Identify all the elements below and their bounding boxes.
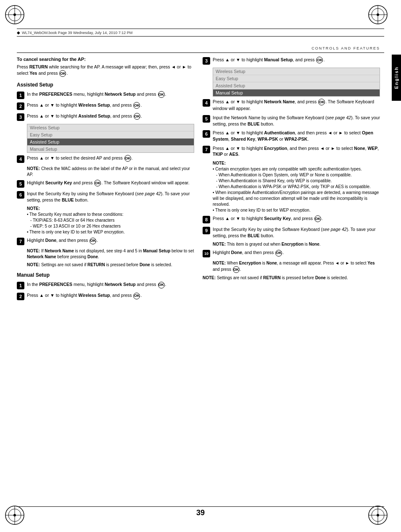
top-rule: [17, 52, 384, 53]
ok-symbol: OK: [90, 238, 96, 244]
right-step-num-7: 7: [203, 146, 210, 153]
right-step-num-3: 3: [203, 57, 210, 65]
cancel-heading: To cancel searching for the AP:: [17, 57, 194, 62]
svg-point-9: [377, 13, 379, 16]
page-number: 39: [196, 508, 205, 517]
right-step-3: 3 Press ▲ or ▼ to highlight Manual Setup…: [203, 57, 380, 65]
ok-symbol: OK: [133, 102, 140, 109]
right-step-num-6: 6: [203, 130, 210, 138]
right-step-6-content: Press ▲ or ▼ to highlight Authentication…: [213, 130, 380, 142]
step-num-4: 4: [17, 155, 24, 163]
step-6-content: Input the Security Key by using the Soft…: [27, 191, 194, 203]
note-right-10: NOTE: When Encryption is None, a message…: [213, 260, 380, 273]
r-menu-wireless: Wireless Setup: [213, 68, 380, 75]
step-num-2: 2: [17, 102, 24, 110]
note-4: NOTE: Check the MAC address on the label…: [27, 166, 194, 178]
step-3: 3 Press ▲ or ▼ to highlight Assisted Set…: [17, 113, 194, 121]
right-step-10: 10 Highlight Done, and then press OK.: [203, 249, 380, 257]
right-step-7-content: Press ▲ or ▼ to highlight Encryption, an…: [213, 145, 380, 157]
step-4-content: Press ▲ or ▼ to select the desired AP an…: [27, 155, 194, 162]
ok-symbol: OK: [158, 282, 165, 288]
assisted-setup-section: Assisted Setup 1 In the PREFERENCES menu…: [17, 82, 194, 268]
right-step-10-content: Highlight Done, and then press OK.: [213, 249, 380, 256]
language-label: English: [394, 66, 399, 89]
step-5: 5 Highlight Security Key and press OK. T…: [17, 180, 194, 188]
manual-step-2: 2 Press ▲ or ▼ to highlight Wireless Set…: [17, 292, 194, 300]
step-num-1: 1: [17, 92, 24, 99]
ok-symbol: OK: [59, 70, 66, 77]
manual-step-1-content: In the PREFERENCES menu, highlight Netwo…: [27, 281, 194, 288]
right-step-num-10: 10: [203, 250, 210, 257]
note-right-9: NOTE: This item is grayed out when Encry…: [213, 241, 380, 247]
right-step-9: 9 Input the Security Key by using the So…: [203, 226, 380, 238]
step-6: 6 Input the Security Key by using the So…: [17, 191, 194, 203]
step-7: 7 Highlight Done, and then press OK.: [17, 237, 194, 245]
menu-wireless-setup: Wireless Setup: [27, 124, 194, 131]
menu-easy-setup: Easy Setup: [27, 131, 194, 139]
svg-point-14: [13, 514, 16, 516]
cancel-section: To cancel searching for the AP: Press RE…: [17, 57, 194, 77]
right-menu-box: Wireless Setup Easy Setup Assisted Setup…: [213, 68, 380, 97]
step-1: 1 In the PREFERENCES menu, highlight Net…: [17, 91, 194, 99]
right-step-9-content: Input the Security Key by using the Soft…: [213, 226, 380, 238]
assisted-setup-title: Assisted Setup: [17, 82, 194, 88]
step-num-5: 5: [17, 180, 24, 188]
cancel-text: Press RETURN while searching for the AP.…: [17, 64, 194, 77]
controls-header: CONTROLS AND FEATURES: [311, 46, 380, 50]
svg-point-19: [377, 514, 379, 516]
right-step-3-content: Press ▲ or ▼ to highlight Manual Setup, …: [213, 57, 380, 63]
manual-step-num-2: 2: [17, 293, 24, 300]
manual-setup-title: Manual Setup: [17, 272, 194, 278]
step-num-6: 6: [17, 191, 24, 199]
step-2: 2 Press ▲ or ▼ to highlight Wireless Set…: [17, 102, 194, 110]
r-menu-manual: Manual Setup: [213, 89, 380, 96]
corner-bottom-left: [4, 505, 25, 526]
right-column: 3 Press ▲ or ▼ to highlight Manual Setup…: [203, 57, 380, 498]
ok-symbol: OK: [133, 293, 140, 299]
ok-symbol: OK: [233, 266, 240, 273]
step-3-content: Press ▲ or ▼ to highlight Assisted Setup…: [27, 113, 194, 120]
right-step-7: 7 Press ▲ or ▼ to highlight Encryption, …: [203, 145, 380, 157]
left-menu-box: Wireless Setup Easy Setup Assisted Setup…: [27, 124, 194, 153]
right-step-8-content: Press ▲ or ▼ to highlight Security Key, …: [213, 215, 380, 222]
corner-bottom-right: [367, 505, 388, 526]
right-step-4: 4 Press ▲ or ▼ to highlight Network Name…: [203, 99, 380, 112]
right-step-num-4: 4: [203, 99, 210, 107]
left-column: To cancel searching for the AP: Press RE…: [17, 57, 194, 498]
right-step-num-8: 8: [203, 216, 210, 223]
note-6: NOTE: • The Security Key must adhere to …: [27, 206, 194, 235]
right-step-6: 6 Press ▲ or ▼ to highlight Authenticati…: [203, 130, 380, 142]
note-right-7: NOTE: • Certain encryption types are onl…: [213, 160, 380, 213]
r-menu-easy: Easy Setup: [213, 75, 380, 82]
ok-symbol: OK: [316, 57, 323, 63]
manual-step-1: 1 In the PREFERENCES menu, highlight Net…: [17, 281, 194, 289]
bottom-rule: [17, 506, 384, 507]
corner-top-left: [4, 4, 25, 25]
header-file-info: WL74_WebOM.book Page 39 Wednesday, July …: [22, 31, 132, 35]
r-menu-assisted: Assisted Setup: [213, 82, 380, 89]
step-num-7: 7: [17, 238, 24, 245]
step-5-content: Highlight Security Key and press OK. The…: [27, 180, 194, 186]
menu-assisted-setup: Assisted Setup: [27, 139, 194, 146]
right-step-8: 8 Press ▲ or ▼ to highlight Security Key…: [203, 215, 380, 223]
ok-symbol: OK: [314, 215, 321, 222]
ok-symbol: OK: [124, 155, 131, 162]
note-final-right: NOTE: Settings are not saved if RETURN i…: [203, 275, 380, 281]
corner-top-right: [367, 4, 388, 25]
step-7-content: Highlight Done, and then press OK.: [27, 237, 194, 244]
header-bar: ◆ WL74_WebOM.book Page 39 Wednesday, Jul…: [17, 29, 384, 37]
note-final-left: NOTE: Settings are not saved if RETURN i…: [27, 262, 194, 268]
manual-setup-section: Manual Setup 1 In the PREFERENCES menu, …: [17, 272, 194, 300]
ok-symbol: OK: [275, 250, 282, 257]
menu-manual-setup: Manual Setup: [27, 146, 194, 152]
ok-symbol: OK: [158, 91, 165, 98]
right-step-num-9: 9: [203, 227, 210, 234]
right-step-num-5: 5: [203, 115, 210, 123]
manual-step-num-1: 1: [17, 282, 24, 289]
right-step-5: 5 Input the Network Name by using the So…: [203, 115, 380, 127]
language-tab: English: [392, 55, 401, 101]
svg-point-4: [13, 13, 16, 16]
ok-symbol: OK: [94, 180, 101, 186]
step-num-3: 3: [17, 113, 24, 121]
right-step-5-content: Input the Network Name by using the Soft…: [213, 115, 380, 127]
